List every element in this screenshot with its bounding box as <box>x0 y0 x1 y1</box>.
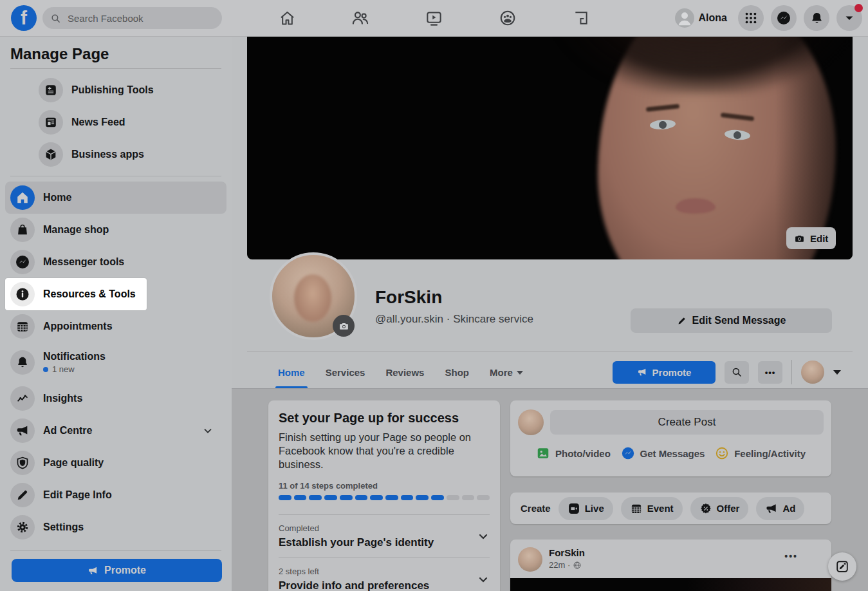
steps-progress-label: 11 of 14 steps completed <box>279 481 490 491</box>
sidebar-item-business-apps[interactable]: Business apps <box>33 138 226 171</box>
blue-dot-icon <box>43 367 48 372</box>
sidebar-item-home[interactable]: Home <box>5 182 226 214</box>
messenger-icon <box>10 250 35 274</box>
tab-shop[interactable]: Shop <box>434 356 479 388</box>
progress-step-dot <box>340 495 353 500</box>
create-live-button[interactable]: Live <box>559 497 613 520</box>
sidebar-item-insights[interactable]: Insights <box>5 382 226 415</box>
offer-badge-icon <box>699 502 712 515</box>
sidebar-item-messenger-tools[interactable]: Messenger tools <box>5 246 226 278</box>
pencil-icon <box>10 483 35 507</box>
sidebar-item-ad-centre[interactable]: Ad Centre <box>5 415 226 447</box>
sidebar-item-settings[interactable]: Settings <box>5 511 226 543</box>
edit-send-message-button[interactable]: Edit Send Message <box>631 308 832 333</box>
news-feed-icon <box>39 110 63 135</box>
camera-icon <box>794 233 805 244</box>
compose-floating-button[interactable] <box>828 552 856 581</box>
manage-page-sidebar: Manage Page Publishing Tools News Feed B… <box>0 36 232 591</box>
create-event-button[interactable]: Event <box>621 497 683 520</box>
feeling-activity-button[interactable]: Feeling/Activity <box>715 446 806 460</box>
nav-profile-name: Alona <box>699 12 727 24</box>
tab-reviews[interactable]: Reviews <box>375 356 434 388</box>
sidebar-item-resources-tools[interactable]: Resources & Tools <box>5 278 147 310</box>
apps-grid-button[interactable] <box>738 5 764 31</box>
chevron-down-icon <box>477 530 490 543</box>
tab-home[interactable]: Home <box>268 356 315 388</box>
create-offer-button[interactable]: Offer <box>690 497 749 520</box>
insights-icon <box>10 386 35 411</box>
megaphone-icon <box>88 565 98 576</box>
progress-step-dot <box>355 495 368 500</box>
notifications-new-badge: 1 new <box>43 364 106 374</box>
pencil-icon <box>677 316 687 326</box>
sidebar-item-page-quality[interactable]: Page quality <box>5 447 226 479</box>
header-divider <box>247 352 853 352</box>
page-title: ForSkin <box>375 287 442 308</box>
post-author-name[interactable]: ForSkin <box>549 547 585 558</box>
progress-step-dot <box>447 495 459 500</box>
account-menu-button[interactable] <box>836 5 862 31</box>
progress-step-dot <box>385 495 398 500</box>
tab-more[interactable]: More <box>479 356 533 388</box>
camera-icon <box>338 321 349 332</box>
messenger-icon <box>621 446 635 460</box>
ellipsis-icon: ••• <box>765 368 776 377</box>
acting-profile-avatar[interactable] <box>801 361 824 384</box>
promote-button[interactable]: Promote <box>613 361 716 384</box>
page-more-menu-button[interactable]: ••• <box>758 361 782 384</box>
search-icon <box>731 366 743 378</box>
search-input[interactable] <box>66 12 198 24</box>
compose-icon <box>835 559 849 574</box>
sidebar-item-appointments[interactable]: Appointments <box>5 310 226 342</box>
tab-bar-actions: Promote ••• <box>613 360 853 384</box>
sidebar-item-news-feed[interactable]: News Feed <box>33 106 226 138</box>
search-icon <box>50 13 61 24</box>
tab-services[interactable]: Services <box>315 356 376 388</box>
sidebar-promote-button[interactable]: Promote <box>12 559 222 582</box>
notifications-button[interactable] <box>804 5 829 31</box>
progress-step-dot <box>294 495 307 500</box>
progress-step-dot <box>431 495 444 500</box>
megaphone-icon <box>637 367 647 377</box>
post-options-button[interactable]: ••• <box>784 547 798 561</box>
photo-video-button[interactable]: Photo/video <box>536 446 611 460</box>
page-search-button[interactable] <box>725 361 749 384</box>
sidebar-item-notifications[interactable]: Notifications 1 new <box>5 342 226 382</box>
global-search[interactable] <box>42 7 222 29</box>
create-label: Create <box>521 503 551 514</box>
sidebar-footer-divider <box>10 550 221 551</box>
nav-gaming-icon[interactable] <box>566 3 596 33</box>
composer-actions: Photo/video Get Messages Feeling/Activit… <box>518 446 824 460</box>
nav-home-icon[interactable] <box>272 3 302 33</box>
sidebar-title: Manage Page <box>10 45 221 63</box>
caret-down-icon[interactable] <box>833 370 841 375</box>
change-profile-picture-button[interactable] <box>333 315 355 337</box>
photo-icon <box>536 446 550 460</box>
smiley-icon <box>715 446 729 460</box>
setup-section-info[interactable]: 2 steps left Provide info and preference… <box>279 558 490 591</box>
sidebar-item-edit-page-info[interactable]: Edit Page Info <box>5 479 226 511</box>
messenger-button[interactable] <box>771 5 797 31</box>
progress-step-dot <box>477 495 490 500</box>
nav-friends-icon[interactable] <box>345 3 376 33</box>
progress-step-dot <box>462 495 475 500</box>
nav-profile-chip[interactable]: Alona <box>671 5 731 31</box>
setup-progress-card: Set your Page up for success Finish sett… <box>268 400 500 591</box>
create-ad-button[interactable]: Ad <box>756 497 804 520</box>
progress-dots <box>279 495 490 500</box>
edit-cover-button[interactable]: Edit <box>786 227 836 249</box>
megaphone-icon <box>10 418 35 443</box>
facebook-logo[interactable]: f <box>11 5 37 31</box>
nav-right-cluster: Alona <box>671 5 862 31</box>
create-post-input[interactable]: Create Post <box>550 410 824 435</box>
sidebar-item-publishing-tools[interactable]: Publishing Tools <box>33 74 226 106</box>
progress-step-dot <box>401 495 414 500</box>
get-messages-button[interactable]: Get Messages <box>621 446 705 460</box>
nav-watch-icon[interactable] <box>419 3 450 33</box>
sidebar-divider <box>10 68 221 69</box>
setup-section-identity[interactable]: Completed Establish your Page's identity <box>279 515 490 558</box>
post-author-avatar[interactable] <box>518 547 542 572</box>
nav-groups-icon[interactable] <box>492 3 523 33</box>
sidebar-item-manage-shop[interactable]: Manage shop <box>5 214 226 246</box>
facebook-manage-page-screen: f <box>0 0 868 591</box>
